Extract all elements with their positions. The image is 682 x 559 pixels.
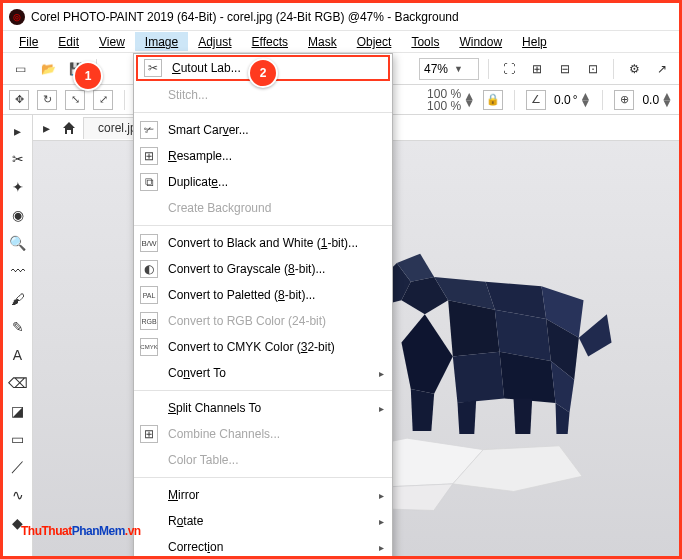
menu-image[interactable]: Image (135, 32, 188, 51)
watermark-part-1: ThuThuat (21, 524, 72, 538)
zoom-value: 47% (424, 62, 448, 76)
zoom-combo[interactable]: 47% ▼ (419, 58, 479, 80)
menu-split-channels[interactable]: Split Channels To ▸ (134, 395, 392, 421)
angle-spinner[interactable]: 0.0 ° ▲▼ (554, 93, 591, 107)
open-icon[interactable]: 📂 (37, 58, 59, 80)
scale-icon[interactable]: ⤢ (93, 90, 113, 110)
menu-convert-bw[interactable]: B/W Convert to Black and White (1-bit)..… (134, 230, 392, 256)
menu-label: Combine Channels... (168, 427, 280, 441)
scale-x-value: 100 % (421, 88, 461, 100)
svg-marker-17 (579, 314, 612, 356)
annotation-badge-1: 1 (73, 61, 103, 91)
menu-file[interactable]: File (9, 32, 48, 51)
scale-spinner[interactable]: 100 % 100 % ▲▼ (421, 88, 475, 112)
toolbox: ▸ ✂ ✦ ◉ 🔍 〰 🖌 ✎ A ⌫ ◪ ▭ ／ ∿ ◆ (3, 115, 33, 556)
spinner-arrows-icon[interactable]: ▲▼ (463, 93, 475, 107)
menu-separator (134, 477, 392, 478)
menu-label: Convert to CMYK Color (32-bit) (168, 340, 335, 354)
menu-label: Convert To (168, 366, 226, 380)
center-rotation-icon[interactable]: ⊕ (614, 90, 634, 110)
redeye-tool-icon[interactable]: ◉ (6, 203, 30, 227)
menu-view[interactable]: View (89, 32, 135, 51)
position-icon[interactable]: ✥ (9, 90, 29, 110)
text-tool-icon[interactable]: A (6, 343, 30, 367)
menu-separator (134, 225, 392, 226)
image-menu-dropdown: ✂ Cutout Lab... Stitch... ✃ Smart Carver… (133, 53, 393, 559)
shadow-tool-icon[interactable]: ◪ (6, 399, 30, 423)
size-icon[interactable]: ⤡ (65, 90, 85, 110)
eraser-tool-icon[interactable]: ⌫ (6, 371, 30, 395)
menu-object[interactable]: Object (347, 32, 402, 51)
menu-convert-cmyk[interactable]: CMYK Convert to CMYK Color (32-bit) (134, 334, 392, 360)
menu-label: Resample... (168, 149, 232, 163)
menu-label: Cutout Lab... (172, 61, 241, 75)
watermark-part-2: PhanMem (72, 524, 125, 538)
blank-icon (140, 451, 158, 469)
paint-tool-icon[interactable]: 🖌 (6, 287, 30, 311)
blank-icon (140, 199, 158, 217)
menu-rotate[interactable]: Rotate ▸ (134, 508, 392, 534)
toolbar-separator (488, 59, 489, 79)
app-icon: ◎ (9, 9, 25, 25)
submenu-arrow-icon: ▸ (379, 542, 384, 553)
svg-marker-9 (401, 314, 452, 393)
rulers-icon[interactable]: ⊞ (526, 58, 548, 80)
title-bar: ◎ Corel PHOTO-PAINT 2019 (64-Bit) - core… (3, 3, 679, 31)
options-icon[interactable]: ⚙ (623, 58, 645, 80)
home-icon[interactable] (61, 120, 77, 136)
menu-combine-channels: ⊞ Combine Channels... (134, 421, 392, 447)
spinner-arrows-icon[interactable]: ▲▼ (580, 93, 592, 107)
clone-tool-icon[interactable]: ✦ (6, 175, 30, 199)
launch-icon[interactable]: ↗ (651, 58, 673, 80)
spinner-arrows-icon[interactable]: ▲▼ (661, 93, 673, 107)
line-tool-icon[interactable]: ／ (6, 455, 30, 479)
scale-y-value: 100 % (421, 100, 461, 112)
blank-icon (140, 486, 158, 504)
new-icon[interactable]: ▭ (9, 58, 31, 80)
menu-tools[interactable]: Tools (401, 32, 449, 51)
menu-mask[interactable]: Mask (298, 32, 347, 51)
menu-adjust[interactable]: Adjust (188, 32, 241, 51)
menu-edit[interactable]: Edit (48, 32, 89, 51)
menu-label: Correction (168, 540, 223, 554)
blank-icon (140, 364, 158, 382)
menu-help[interactable]: Help (512, 32, 557, 51)
rectangle-tool-icon[interactable]: ▭ (6, 427, 30, 451)
guides-icon[interactable]: ⊡ (582, 58, 604, 80)
menu-effects[interactable]: Effects (242, 32, 298, 51)
pick-tool-icon[interactable]: ▸ (6, 119, 30, 143)
menu-separator (134, 390, 392, 391)
menu-convert-grayscale[interactable]: ◐ Convert to Grayscale (8-bit)... (134, 256, 392, 282)
scissors-icon: ✂ (144, 59, 162, 77)
center-spinner[interactable]: 0.0 ▲▼ (642, 93, 673, 107)
menu-smart-carver[interactable]: ✃ Smart Carver... (134, 117, 392, 143)
menu-label: Convert to Black and White (1-bit)... (168, 236, 358, 250)
lock-ratio-icon[interactable]: 🔒 (483, 90, 503, 110)
pick-mini-icon[interactable]: ▸ (37, 119, 55, 137)
menu-correction[interactable]: Correction ▸ (134, 534, 392, 559)
liquid-tool-icon[interactable]: 〰 (6, 259, 30, 283)
submenu-arrow-icon: ▸ (379, 368, 384, 379)
menu-duplicate[interactable]: ⧉ Duplicate... (134, 169, 392, 195)
menu-label: Rotate (168, 514, 203, 528)
path-tool-icon[interactable]: ∿ (6, 483, 30, 507)
blank-icon (140, 86, 158, 104)
menu-window[interactable]: Window (449, 32, 512, 51)
grid-icon[interactable]: ⊟ (554, 58, 576, 80)
menu-resample[interactable]: ⊞ Resample... (134, 143, 392, 169)
submenu-arrow-icon: ▸ (379, 490, 384, 501)
fullscreen-icon[interactable]: ⛶ (498, 58, 520, 80)
crop-tool-icon[interactable]: ✂ (6, 147, 30, 171)
menu-label: Convert to RGB Color (24-bit) (168, 314, 326, 328)
center-value: 0.0 (642, 93, 659, 107)
toolbar-separator (124, 90, 125, 110)
menu-mirror[interactable]: Mirror ▸ (134, 482, 392, 508)
rotate-icon[interactable]: ↻ (37, 90, 57, 110)
effect-tool-icon[interactable]: ✎ (6, 315, 30, 339)
toolbar-separator (602, 90, 603, 110)
zoom-tool-icon[interactable]: 🔍 (6, 231, 30, 255)
svg-marker-10 (453, 352, 504, 403)
rgb-icon: RGB (140, 312, 158, 330)
menu-convert-paletted[interactable]: PAL Convert to Paletted (8-bit)... (134, 282, 392, 308)
menu-convert-to[interactable]: Convert To ▸ (134, 360, 392, 386)
